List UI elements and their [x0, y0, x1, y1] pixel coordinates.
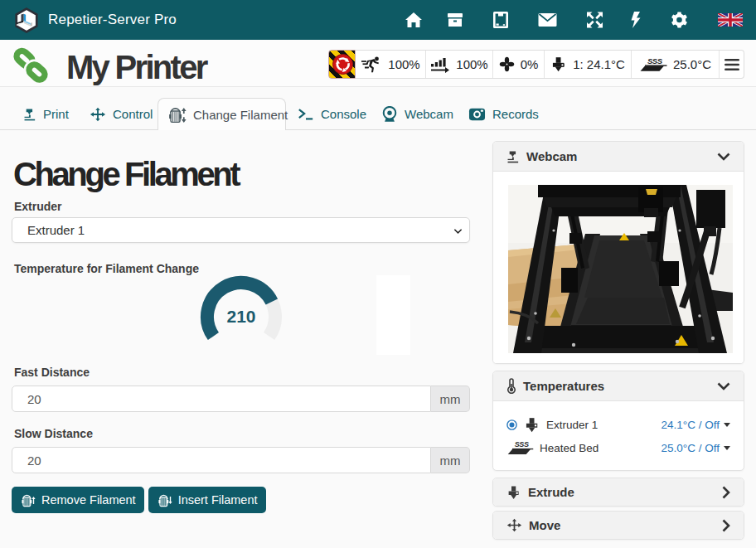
svg-text:SSS: SSS — [647, 56, 663, 65]
svg-text:210: 210 — [226, 307, 255, 326]
svg-text:SSS: SSS — [515, 440, 529, 449]
